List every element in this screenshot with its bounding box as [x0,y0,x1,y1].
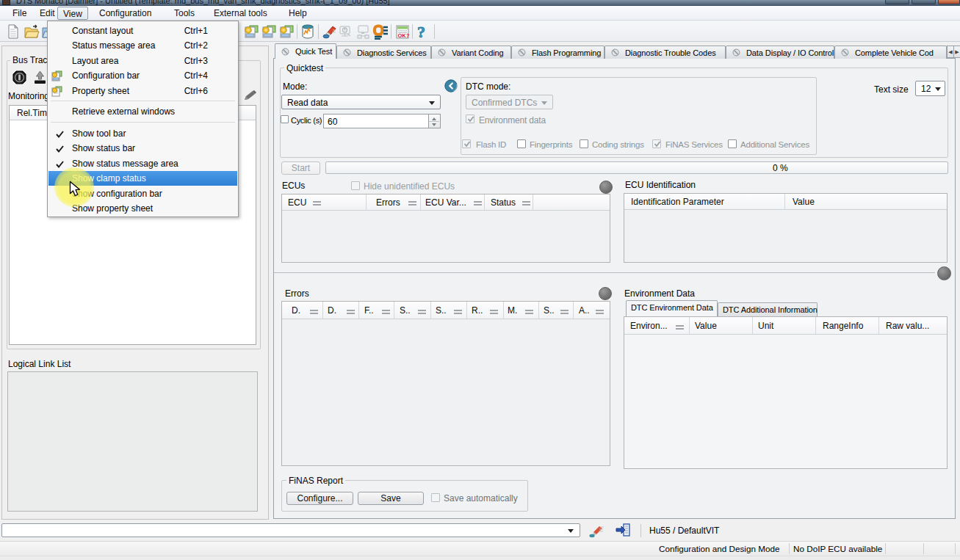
eraser-icon[interactable] [321,23,337,40]
edit-pencil-icon[interactable] [588,523,605,539]
fingerprints-checkbox[interactable] [517,139,526,148]
ecus-col-status[interactable]: Status [491,197,516,208]
filter-icon[interactable] [418,308,426,314]
start-button[interactable]: Start [281,161,320,175]
horizontal-splitter[interactable] [274,272,935,273]
env-col-unit[interactable]: Unit [758,321,773,331]
cyclic-spinbox[interactable]: 60 [323,114,429,128]
menu-item-property-sheet[interactable]: Property sheetCtrl+6 [48,84,237,98]
hide-unidentified-ecus-checkbox[interactable] [351,181,360,190]
errors-col-0[interactable]: D. [292,305,300,316]
spin-up-icon[interactable] [432,117,436,120]
menu-edit[interactable]: Edit [35,7,60,20]
tab-quick-test[interactable]: Quick Test [275,43,336,59]
errors-col-6[interactable]: M. [508,305,517,316]
ecuid-col-value[interactable]: Value [793,197,815,207]
tab-dtc-environment-data[interactable]: DTC Environment Data [626,300,718,316]
close-button[interactable] [938,0,960,4]
collapse-circle-button[interactable] [444,79,458,92]
errors-col-2[interactable]: F.. [364,305,374,316]
minimize-button[interactable] [885,0,909,4]
additional-services-checkbox[interactable] [728,139,737,148]
menu-item-show-status-message-area[interactable]: Show status message area [48,156,237,171]
menu-tools[interactable]: Tools [169,7,200,20]
layout-window-icon-3[interactable] [278,23,295,40]
report-ok-icon[interactable]: OK? [394,23,411,40]
filter-icon[interactable] [310,308,318,314]
env-col-rawvalue[interactable]: Raw valu... [886,321,929,331]
spinner-buttons[interactable] [429,114,441,128]
layout-window-icon-1[interactable] [243,23,259,40]
ecus-table[interactable]: ECU Errors ECU Var... Status [281,194,610,263]
monitoring-col-reltime[interactable]: Rel.Tim [17,108,47,118]
menu-view[interactable]: View [57,7,88,20]
new-document-icon[interactable] [5,23,21,40]
filter-icon[interactable] [347,308,355,314]
cyclic-checkbox[interactable] [281,115,289,123]
bus-trace-eject-icon[interactable] [32,70,48,85]
filter-icon[interactable] [313,200,321,206]
filter-icon[interactable] [525,308,533,314]
monitoring-edit-icon[interactable] [242,87,259,103]
ecu-identification-table[interactable]: Identification Parameter Value [624,193,948,263]
menu-item-constant-layout[interactable]: Constant layoutCtrl+1 [48,23,237,38]
tab-variant-coding[interactable]: Variant Coding [431,46,511,59]
filter-icon[interactable] [490,308,498,314]
oe-list-icon[interactable] [372,23,389,40]
spin-down-icon[interactable] [432,123,436,126]
filter-icon[interactable] [560,308,569,314]
errors-col-5[interactable]: R.. [472,305,483,316]
configure-button[interactable]: Configure... [286,492,353,505]
errors-col-1[interactable]: D. [328,305,336,316]
errors-col-3[interactable]: S.. [400,305,411,316]
layout-window-icon-2[interactable] [261,23,277,40]
splitter-handle-circle[interactable] [937,266,951,280]
ecus-col-errors[interactable]: Errors [376,197,400,208]
measurement-icon[interactable] [300,23,316,40]
dtc-mode-combobox[interactable]: Confirmed DTCs [466,95,553,109]
mode-combobox[interactable]: Read data [281,95,441,109]
errors-col-8[interactable]: A.. [579,305,590,316]
text-size-combobox[interactable]: 12 [915,81,945,96]
env-col-environ[interactable]: Environ... [630,321,668,331]
tab-diagnostic-trouble-codes[interactable]: Diagnostic Trouble Codes [604,46,726,59]
menu-item-status-message-area[interactable]: Status message areaCtrl+2 [48,38,237,53]
bottom-combobox[interactable] [1,523,580,537]
maximize-button[interactable] [912,0,936,4]
environment-data-checkbox[interactable] [466,114,474,123]
save-automatically-checkbox[interactable] [431,493,440,502]
help-icon[interactable]: ? [415,23,431,40]
tab-scroll-right-button[interactable]: ▶ [953,46,960,58]
menu-external-tools[interactable]: External tools [209,7,273,20]
menu-help[interactable]: Help [284,7,312,20]
filter-icon[interactable] [596,308,604,314]
logical-link-list-box[interactable] [7,371,258,512]
environment-data-table[interactable]: Environ... Value Unit RangeInfo Raw valu… [624,316,948,469]
tab-data-display-io-control[interactable]: Data Display / IO Control [726,46,834,59]
power-monitor-icon[interactable] [338,23,354,40]
menu-configuration[interactable]: Configuration [94,7,156,20]
tab-complete-vehicle-coding[interactable]: Complete Vehicle Cod [834,46,947,59]
ecus-col-ecu[interactable]: ECU [288,197,306,208]
filter-icon[interactable] [522,200,530,206]
menu-item-show-clamp-status[interactable]: Show clamp status [48,171,237,186]
save-button[interactable]: Save [358,492,424,505]
menu-item-show-configuration-bar[interactable]: Show configuration bar [48,186,237,201]
menu-item-show-tool-bar[interactable]: Show tool bar [48,126,237,141]
filter-icon[interactable] [454,308,462,314]
menu-item-show-status-bar[interactable]: Show status bar [48,141,237,156]
finas-services-checkbox[interactable] [652,139,661,148]
flash-id-checkbox[interactable] [462,139,471,148]
open-icon[interactable] [24,23,40,40]
ecus-col-ecu-var[interactable]: ECU Var... [425,197,466,208]
env-col-value[interactable]: Value [695,321,717,331]
menu-item-layout-area[interactable]: Layout areaCtrl+3 [48,54,237,68]
filter-icon[interactable] [382,308,390,314]
bus-trace-stop-icon[interactable] [12,70,27,85]
errors-col-4[interactable]: S.. [436,305,447,316]
errors-col-7[interactable]: S.. [544,305,555,316]
coding-strings-checkbox[interactable] [580,139,588,148]
filter-icon[interactable] [408,200,416,206]
menu-item-configuration-bar[interactable]: Configuration barCtrl+4 [48,68,237,83]
tab-dtc-additional-information[interactable]: DTC Additional Information [718,302,818,316]
